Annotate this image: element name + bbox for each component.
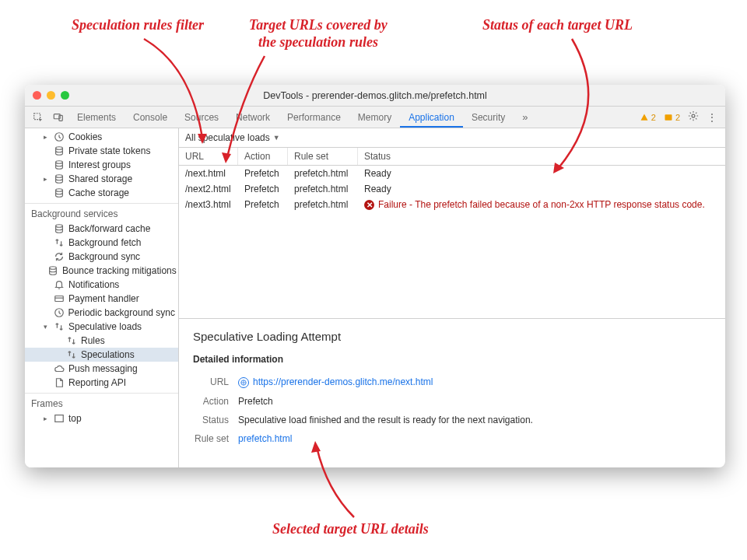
main-panel: All speculative loads ▼ URL Action Rule … (179, 128, 725, 467)
detail-action-label: Action (193, 396, 238, 407)
db-icon (54, 159, 65, 170)
col-ruleset[interactable]: Rule set (288, 148, 358, 165)
cell-status: Ready (358, 182, 725, 196)
cell-action: Prefetch (238, 198, 288, 212)
sidebar-section-frames: Frames (25, 393, 178, 411)
doc-icon (54, 377, 65, 388)
frame-icon (54, 413, 65, 424)
sidebar-item-reporting-api[interactable]: Reporting API (25, 376, 178, 390)
issues-count: 2 (675, 113, 680, 122)
sidebar-item-bounce-tracking-mitigations[interactable]: Bounce tracking mitigations (25, 264, 178, 278)
warnings-count: 2 (651, 113, 656, 122)
cloud-icon (54, 363, 65, 374)
svg-marker-1 (222, 152, 231, 163)
updown-icon (54, 321, 65, 332)
updown-icon (66, 335, 77, 346)
sidebar-item-rules[interactable]: Rules (25, 334, 178, 348)
arrow-status (510, 35, 603, 179)
sidebar-item-background-fetch[interactable]: Background fetch (25, 236, 178, 250)
issues-badge[interactable]: 2 (664, 113, 680, 122)
detail-ruleset-label: Rule set (193, 433, 238, 444)
db-icon (54, 187, 65, 198)
svg-marker-3 (311, 441, 321, 453)
sidebar: ▸CookiesPrivate state tokensInterest gro… (25, 128, 179, 467)
svg-point-11 (56, 161, 63, 164)
db-icon (47, 265, 58, 276)
cell-status: ✕Failure - The prefetch failed because o… (358, 198, 725, 212)
cell-ruleset: prefetch.html (288, 182, 358, 196)
cell-action: Prefetch (238, 182, 288, 196)
sidebar-item-speculations[interactable]: Speculations (25, 348, 178, 362)
details-heading: Speculative Loading Attempt (193, 330, 711, 343)
link-icon (238, 377, 249, 388)
maximize-button[interactable] (61, 91, 69, 100)
minimize-button[interactable] (47, 91, 55, 100)
tab-performance[interactable]: Performance (279, 107, 349, 128)
sidebar-item-interest-groups[interactable]: Interest groups (25, 158, 178, 172)
details-panel: Speculative Loading Attempt Detailed inf… (179, 319, 725, 467)
speculations-table: URL Action Rule set Status /next.htmlPre… (179, 148, 725, 319)
traffic-lights (33, 91, 69, 100)
svg-rect-7 (665, 114, 672, 121)
inspect-icon[interactable] (28, 107, 48, 128)
card-icon (54, 293, 65, 304)
updown-icon (66, 349, 77, 360)
svg-point-15 (50, 267, 57, 270)
detail-status-label: Status (193, 415, 238, 425)
detail-url-link[interactable]: https://prerender-demos.glitch.me/next.h… (253, 376, 433, 387)
detail-status-value: Speculative load finished and the result… (238, 415, 711, 425)
svg-point-13 (56, 189, 63, 192)
svg-point-8 (692, 114, 695, 117)
bell-icon (54, 279, 65, 290)
sidebar-section-bg: Background services (25, 203, 178, 222)
cell-ruleset: prefetch.html (288, 166, 358, 180)
annotation-filter: Speculation rules filter (72, 17, 204, 34)
clock-icon (54, 131, 65, 142)
window-title: DevTools - prerender-demos.glitch.me/pre… (263, 90, 487, 101)
detail-url-label: URL (193, 376, 238, 387)
sidebar-item-back-forward-cache[interactable]: Back/forward cache (25, 222, 178, 236)
svg-marker-0 (198, 134, 207, 144)
sidebar-item-payment-handler[interactable]: Payment handler (25, 292, 178, 306)
cell-url: /next2.html (179, 182, 238, 196)
db-icon (54, 223, 65, 234)
table-row[interactable]: /next3.htmlPrefetchprefetch.html✕Failure… (179, 197, 725, 212)
cell-url: /next3.html (179, 198, 238, 212)
tab-memory[interactable]: Memory (349, 107, 400, 128)
sidebar-item-notifications[interactable]: Notifications (25, 278, 178, 292)
arrow-targets (218, 52, 280, 169)
sync-icon (54, 251, 65, 262)
tab-application[interactable]: Application (400, 107, 463, 128)
warnings-badge[interactable]: 2 (640, 113, 656, 122)
annotation-targets: Target URLs covered by the speculation r… (249, 17, 388, 51)
svg-rect-18 (55, 415, 64, 422)
svg-point-12 (56, 175, 63, 178)
sidebar-item-shared-storage[interactable]: ▸Shared storage (25, 172, 178, 186)
sidebar-item-speculative-loads[interactable]: ▾Speculative loads (25, 320, 178, 334)
tab-security[interactable]: Security (463, 107, 514, 128)
sidebar-item-top[interactable]: ▸top (25, 411, 178, 425)
sidebar-item-push-messaging[interactable]: Push messaging (25, 362, 178, 376)
settings-icon[interactable] (688, 110, 699, 124)
cell-ruleset: prefetch.html (288, 198, 358, 212)
detail-action-value: Prefetch (238, 396, 711, 407)
device-icon[interactable] (48, 107, 68, 128)
details-subheading: Detailed information (193, 354, 711, 365)
db-icon (54, 173, 65, 184)
detail-ruleset-link[interactable]: prefetch.html (238, 433, 292, 444)
close-button[interactable] (33, 91, 41, 100)
annotation-status: Status of each target URL (482, 17, 633, 34)
svg-rect-6 (59, 115, 62, 121)
clock-icon (54, 307, 65, 318)
sidebar-item-background-sync[interactable]: Background sync (25, 250, 178, 264)
db-icon (54, 145, 65, 156)
sidebar-item-cache-storage[interactable]: Cache storage (25, 186, 178, 200)
arrow-filter (121, 35, 214, 152)
svg-point-10 (56, 147, 63, 150)
table-row[interactable]: /next2.htmlPrefetchprefetch.htmlReady (179, 181, 725, 197)
more-icon[interactable]: ⋮ (707, 111, 717, 124)
error-icon: ✕ (364, 200, 374, 210)
sidebar-item-periodic-background-sync[interactable]: Periodic background sync (25, 306, 178, 320)
svg-point-14 (56, 225, 63, 228)
tab-elements[interactable]: Elements (68, 107, 124, 128)
